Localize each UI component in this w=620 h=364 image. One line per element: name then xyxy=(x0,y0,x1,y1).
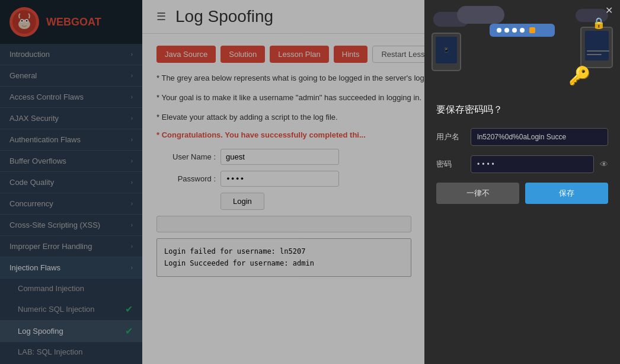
device-lines xyxy=(587,50,609,58)
dot4 xyxy=(520,28,525,33)
line1 xyxy=(587,50,609,52)
modal-title: 要保存密码吗？ xyxy=(436,104,608,116)
screen-left: 📱 xyxy=(436,37,457,63)
modal-password-field: 密码 •••• 👁 xyxy=(436,155,608,173)
device-left: 📱 xyxy=(432,33,461,71)
lock-icon: 🔒 xyxy=(592,17,605,30)
modal-password-label: 密码 xyxy=(436,159,465,170)
line2 xyxy=(587,54,602,55)
save-button[interactable]: 保存 xyxy=(525,183,608,204)
modal-body: 要保存密码吗？ 用户名 ln5207%0d%0aLogin Succe 密码 •… xyxy=(424,92,620,216)
modal-username-value: ln5207%0d%0aLogin Succe xyxy=(471,128,608,146)
modal-actions: 一律不 保存 xyxy=(436,183,608,204)
modal-username-field: 用户名 ln5207%0d%0aLogin Succe xyxy=(436,128,608,146)
modal-illustration: 📱 xyxy=(424,0,620,92)
password-save-modal: ✕ 📱 xyxy=(424,0,620,364)
dot2 xyxy=(504,28,509,33)
dot1 xyxy=(497,28,501,33)
device-right xyxy=(580,27,613,68)
app-container: WEBGOAT Introduction › General › Access … xyxy=(0,0,620,364)
cursor-icon xyxy=(529,27,535,33)
modal-username-label: 用户名 xyxy=(436,132,465,142)
illustration: 📱 xyxy=(424,0,620,92)
cloud-center xyxy=(457,6,504,24)
dot3 xyxy=(512,28,517,33)
eye-icon[interactable]: 👁 xyxy=(600,159,608,169)
modal-close-button[interactable]: ✕ xyxy=(605,5,613,16)
password-display-box xyxy=(490,24,555,37)
cancel-button[interactable]: 一律不 xyxy=(436,183,519,204)
modal-password-value: •••• xyxy=(471,155,594,173)
key-icon: 🔑 xyxy=(568,65,590,86)
